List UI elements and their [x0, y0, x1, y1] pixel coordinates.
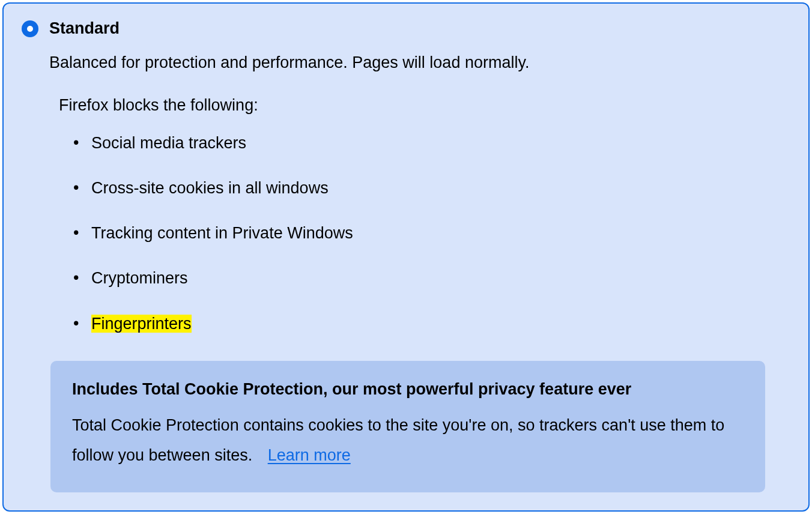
mode-header[interactable]: Standard [22, 19, 790, 38]
blocks-list: Social media trackers Cross-site cookies… [70, 133, 790, 334]
list-item-label: Cryptominers [91, 269, 188, 287]
total-cookie-protection-infobox: Includes Total Cookie Protection, our mo… [50, 361, 765, 492]
radio-dot [27, 26, 33, 32]
protection-standard-card: Standard Balanced for protection and per… [2, 2, 810, 512]
blocks-heading: Firefox blocks the following: [59, 95, 790, 116]
mode-title: Standard [49, 19, 120, 38]
list-item: Fingerprinters [70, 313, 790, 334]
infobox-description-text: Total Cookie Protection contains cookies… [72, 416, 724, 464]
radio-selected-icon[interactable] [22, 20, 38, 37]
list-item: Cryptominers [70, 268, 790, 289]
list-item: Social media trackers [70, 133, 790, 154]
list-item: Tracking content in Private Windows [70, 223, 790, 244]
list-item-label-highlight: Fingerprinters [91, 315, 192, 333]
learn-more-link[interactable]: Learn more [268, 446, 351, 464]
list-item-label: Tracking content in Private Windows [91, 224, 353, 242]
infobox-title: Includes Total Cookie Protection, our mo… [72, 379, 744, 400]
list-item-label: Social media trackers [91, 134, 246, 152]
list-item-label: Cross-site cookies in all windows [91, 179, 329, 197]
infobox-description: Total Cookie Protection contains cookies… [72, 411, 744, 471]
mode-description: Balanced for protection and performance.… [49, 52, 790, 73]
list-item: Cross-site cookies in all windows [70, 178, 790, 199]
